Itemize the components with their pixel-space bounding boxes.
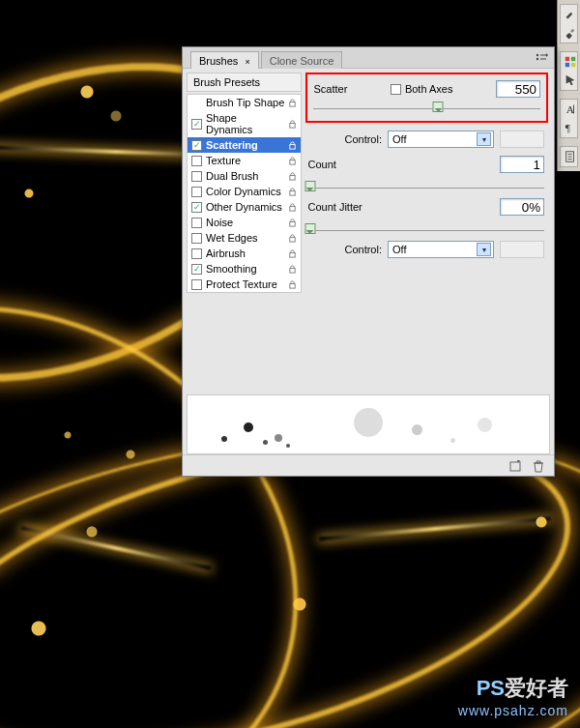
brush-stroke-preview: [187, 394, 550, 454]
tool-wrench-icon[interactable]: [563, 7, 578, 22]
count-jitter-field[interactable]: [500, 198, 544, 216]
option-label: Scattering: [206, 139, 284, 151]
option-label: Noise: [206, 217, 284, 228]
svg-text:¶: ¶: [566, 122, 571, 133]
svg-rect-2: [566, 63, 569, 67]
count-jitter-label: Count Jitter: [307, 201, 362, 213]
new-brush-button[interactable]: [508, 458, 523, 474]
both-axes-label: Both Axes: [405, 83, 453, 95]
svg-rect-24: [290, 252, 295, 257]
both-axes-box[interactable]: [391, 84, 401, 95]
tool-type-icon[interactable]: A: [563, 102, 578, 117]
scatter-value-field[interactable]: [496, 80, 540, 98]
svg-rect-18: [290, 160, 295, 164]
checkbox[interactable]: [191, 218, 202, 228]
option-dual-brush[interactable]: Dual Brush: [188, 168, 301, 184]
svg-rect-15: [290, 102, 295, 106]
chevron-down-icon[interactable]: ▾: [477, 243, 491, 256]
svg-rect-19: [290, 175, 295, 180]
panel-menu-button[interactable]: [535, 51, 548, 65]
lock-icon[interactable]: [288, 141, 297, 150]
count-slider[interactable]: [307, 179, 544, 192]
checkbox[interactable]: [191, 233, 202, 244]
both-axes-checkbox[interactable]: Both Axes: [391, 83, 453, 95]
delete-brush-button[interactable]: [531, 458, 546, 474]
option-label: Shape Dynamics: [206, 112, 284, 135]
tab-close-icon[interactable]: ×: [245, 57, 249, 67]
option-brush-tip-shape[interactable]: Brush Tip Shape: [188, 95, 301, 110]
scatter-control-amount: [500, 131, 544, 148]
tool-brush-icon[interactable]: [563, 25, 578, 41]
checkbox[interactable]: [191, 140, 202, 151]
tab-clone-source-label: Clone Source: [270, 55, 334, 67]
checkbox[interactable]: [191, 119, 202, 130]
svg-rect-23: [290, 237, 295, 242]
option-protect-texture[interactable]: Protect Texture: [188, 277, 301, 292]
checkbox[interactable]: [191, 279, 202, 290]
tab-clone-source[interactable]: Clone Source: [261, 51, 343, 69]
chevron-down-icon[interactable]: ▾: [477, 132, 491, 146]
option-texture[interactable]: Texture: [188, 153, 301, 168]
svg-rect-3: [571, 63, 575, 67]
lock-icon[interactable]: [288, 120, 297, 129]
option-scattering[interactable]: Scattering: [188, 137, 301, 153]
lock-icon[interactable]: [288, 280, 297, 289]
option-noise[interactable]: Noise: [188, 215, 301, 230]
svg-rect-16: [290, 123, 295, 128]
tool-arrow-icon[interactable]: [563, 73, 578, 88]
lock-icon[interactable]: [288, 234, 297, 243]
lock-icon[interactable]: [288, 203, 297, 212]
right-dock: A ¶: [557, 0, 580, 171]
lock-icon[interactable]: [288, 265, 297, 274]
svg-rect-22: [290, 221, 295, 226]
tool-swatches-icon[interactable]: [563, 54, 578, 70]
jitter-control-select[interactable]: Off ▾: [388, 241, 494, 258]
option-airbrush[interactable]: Airbrush: [188, 246, 301, 261]
brush-options-list: Brush Tip ShapeShape DynamicsScatteringT…: [187, 94, 302, 293]
count-value-field[interactable]: [500, 156, 544, 173]
checkbox[interactable]: [191, 264, 202, 275]
panel-tabbar: Brushes × Clone Source: [183, 47, 554, 69]
svg-point-13: [536, 58, 538, 60]
tab-brushes[interactable]: Brushes ×: [190, 51, 259, 69]
lock-icon[interactable]: [288, 172, 297, 181]
svg-rect-0: [566, 57, 569, 61]
checkbox[interactable]: [191, 187, 202, 197]
option-smoothing[interactable]: Smoothing: [188, 261, 301, 277]
checkbox[interactable]: [191, 171, 202, 182]
option-label: Wet Edges: [206, 232, 284, 244]
option-label: Protect Texture: [206, 278, 284, 290]
option-color-dynamics[interactable]: Color Dynamics: [188, 184, 301, 199]
tool-paragraph-icon[interactable]: ¶: [563, 120, 578, 135]
scatter-control-label: Control:: [344, 133, 382, 145]
brush-presets-header[interactable]: Brush Presets: [187, 73, 302, 92]
option-other-dynamics[interactable]: Other Dynamics: [188, 199, 301, 215]
lock-icon[interactable]: [288, 188, 297, 196]
option-label: Smoothing: [206, 263, 284, 275]
count-jitter-slider[interactable]: [307, 221, 544, 235]
svg-rect-1: [571, 57, 575, 61]
jitter-control-amount: [500, 241, 544, 258]
option-shape-dynamics[interactable]: Shape Dynamics: [188, 110, 301, 137]
scatter-control-select[interactable]: Off ▾: [388, 131, 494, 148]
checkbox[interactable]: [191, 202, 202, 213]
lock-icon[interactable]: [288, 249, 297, 258]
lock-icon[interactable]: [288, 99, 297, 107]
jitter-control-label: Control:: [344, 244, 382, 255]
tool-document-icon[interactable]: [563, 149, 578, 164]
count-label: Count: [307, 159, 335, 170]
scatter-highlight-box: Scatter Both Axes: [305, 73, 548, 123]
lock-icon[interactable]: [288, 218, 297, 227]
scatter-slider[interactable]: [313, 100, 540, 113]
checkbox[interactable]: [191, 156, 202, 166]
checkbox[interactable]: [191, 248, 202, 259]
option-label: Brush Tip Shape: [206, 97, 284, 108]
svg-rect-27: [510, 462, 520, 471]
scatter-label: Scatter: [313, 83, 347, 95]
option-label: Airbrush: [206, 248, 284, 259]
option-label: Dual Brush: [206, 170, 284, 182]
option-wet-edges[interactable]: Wet Edges: [188, 230, 301, 246]
svg-rect-26: [290, 283, 295, 288]
lock-icon[interactable]: [288, 157, 297, 165]
svg-rect-20: [290, 190, 295, 195]
